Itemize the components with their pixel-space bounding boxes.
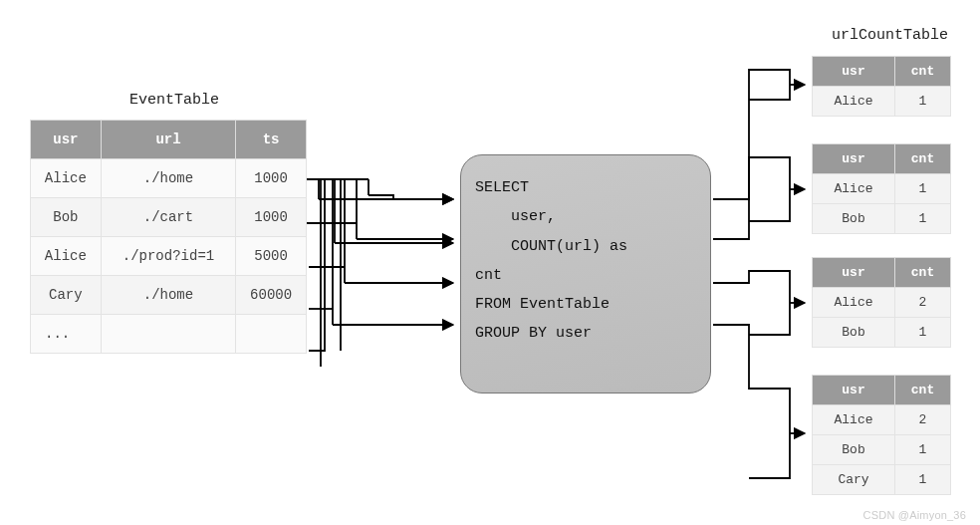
col-cnt: cnt [894, 376, 950, 405]
cell: 1 [894, 435, 950, 465]
table-header-row: usr cnt [813, 258, 951, 288]
count-table-4: usr cnt Alice 2 Bob 1 Cary 1 [812, 375, 951, 495]
table-row: Bob ./cart 1000 [31, 198, 307, 237]
cell: Alice [813, 405, 895, 435]
table-row: Alice ./prod?id=1 5000 [31, 237, 307, 276]
sql-line: COUNT(url) as [475, 238, 627, 255]
table-row: Alice 2 [813, 405, 951, 435]
col-url: url [101, 121, 236, 159]
url-count-table-title: urlCountTable [832, 27, 948, 44]
cell: Cary [813, 465, 895, 495]
sql-line: GROUP BY user [475, 325, 592, 342]
cell: ./cart [101, 198, 236, 237]
table-header-row: usr cnt [813, 57, 951, 87]
table-row: Bob 1 [813, 318, 951, 348]
cell: ./home [101, 159, 236, 198]
table-header-row: usr url ts [31, 121, 307, 159]
table-row: Alice 1 [813, 87, 951, 117]
cell: Alice [813, 174, 895, 204]
sql-line: FROM EventTable [475, 296, 610, 313]
cell: 1 [894, 174, 950, 204]
sql-line: SELECT [475, 179, 529, 196]
cell [101, 315, 236, 354]
col-cnt: cnt [894, 258, 950, 288]
sql-line: user, [475, 208, 556, 225]
cell: Alice [813, 288, 895, 318]
count-table-1: usr cnt Alice 1 [812, 56, 951, 117]
table-row: Cary ./home 60000 [31, 276, 307, 315]
col-usr: usr [813, 144, 895, 174]
cell: 5000 [236, 237, 307, 276]
table-row: Bob 1 [813, 204, 951, 234]
cell: 2 [894, 288, 950, 318]
col-cnt: cnt [894, 57, 950, 87]
table-header-row: usr cnt [813, 376, 951, 405]
cell: Bob [813, 435, 895, 465]
cell: Bob [813, 204, 895, 234]
sql-line: cnt [475, 267, 502, 284]
table-row: Bob 1 [813, 435, 951, 465]
count-table-3: usr cnt Alice 2 Bob 1 [812, 257, 951, 348]
cell: 1 [894, 465, 950, 495]
col-ts: ts [236, 121, 307, 159]
sql-query-box: SELECT user, COUNT(url) as cnt FROM Even… [460, 154, 711, 394]
cell: 60000 [236, 276, 307, 315]
cell: Cary [31, 276, 102, 315]
cell: 1 [894, 318, 950, 348]
cell: Bob [813, 318, 895, 348]
cell: 2 [894, 405, 950, 435]
watermark: CSDN @Aimyon_36 [863, 509, 966, 521]
cell: 1000 [236, 159, 307, 198]
col-usr: usr [31, 121, 102, 159]
table-header-row: usr cnt [813, 144, 951, 174]
cell: 1 [894, 204, 950, 234]
col-cnt: cnt [894, 144, 950, 174]
col-usr: usr [813, 258, 895, 288]
col-usr: usr [813, 57, 895, 87]
cell: 1 [894, 87, 950, 117]
table-row: Cary 1 [813, 465, 951, 495]
table-row: Alice 1 [813, 174, 951, 204]
cell: Alice [31, 159, 102, 198]
cell: Alice [31, 237, 102, 276]
cell: 1000 [236, 198, 307, 237]
cell: Alice [813, 87, 895, 117]
cell [236, 315, 307, 354]
table-row: ... [31, 315, 307, 354]
event-table-title: EventTable [129, 92, 219, 109]
count-table-2: usr cnt Alice 1 Bob 1 [812, 143, 951, 234]
event-table: usr url ts Alice ./home 1000 Bob ./cart … [30, 120, 307, 354]
table-row: Alice 2 [813, 288, 951, 318]
col-usr: usr [813, 376, 895, 405]
cell: Bob [31, 198, 102, 237]
cell: ./prod?id=1 [101, 237, 236, 276]
table-row: Alice ./home 1000 [31, 159, 307, 198]
cell: ... [31, 315, 102, 354]
cell: ./home [101, 276, 236, 315]
